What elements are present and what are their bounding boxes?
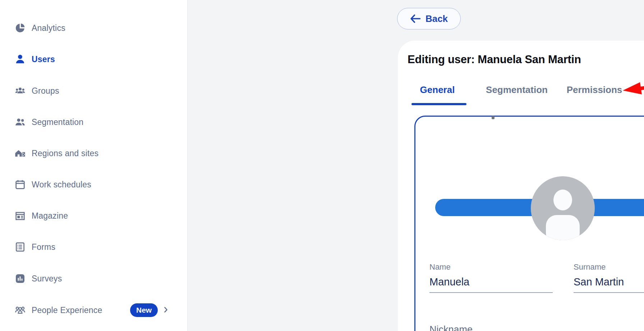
- active-tab-underline: [411, 103, 466, 105]
- sidebar-item-label: Analytics: [32, 23, 65, 33]
- name-input[interactable]: Manuela: [429, 276, 469, 288]
- main-area: Back Editing user: Manuela San Martin Ge…: [188, 0, 644, 331]
- tab-general[interactable]: General: [420, 84, 455, 95]
- name-field-label: Name: [429, 262, 451, 272]
- avatar-person-body: [546, 215, 580, 240]
- page-title: Editing user: Manuela San Martin: [408, 53, 581, 66]
- sidebar-item-segmentation[interactable]: Segmentation: [0, 112, 188, 132]
- sidebar-item-people-experience[interactable]: People Experience New ›: [0, 300, 188, 320]
- forms-icon: [14, 241, 26, 253]
- sidebar-item-label: Surveys: [32, 274, 62, 284]
- people-experience-icon: [14, 304, 26, 316]
- sidebar-item-forms[interactable]: Forms: [0, 237, 188, 257]
- sidebar-item-label: Users: [32, 55, 55, 64]
- new-badge: New: [130, 303, 158, 317]
- sidebar-item-regions-and-sites[interactable]: Regions and sites: [0, 143, 188, 163]
- card-top-notch: [492, 116, 494, 119]
- segmentation-icon: [14, 116, 26, 128]
- sidebar-item-groups[interactable]: Groups: [0, 81, 188, 101]
- sidebar: Analytics Users Groups Segmentation Regi…: [0, 0, 188, 331]
- calendar-icon: [14, 179, 26, 190]
- avatar-placeholder[interactable]: [531, 176, 595, 240]
- arrow-left-icon: [410, 14, 421, 23]
- sidebar-item-label: Magazine: [32, 211, 68, 221]
- sidebar-item-label: Work schedules: [32, 180, 91, 190]
- surveys-icon: [14, 273, 26, 284]
- sidebar-item-analytics[interactable]: Analytics: [0, 18, 188, 38]
- back-button[interactable]: Back: [397, 8, 461, 29]
- surname-input[interactable]: San Martin: [574, 276, 624, 288]
- sidebar-item-label: Groups: [32, 86, 59, 96]
- pie-chart-icon: [14, 22, 26, 34]
- back-button-label: Back: [426, 13, 448, 24]
- chevron-right-icon[interactable]: ›: [164, 302, 168, 317]
- groups-icon: [14, 85, 26, 97]
- surname-field-label: Surname: [574, 262, 606, 272]
- sidebar-item-label: Segmentation: [32, 117, 83, 127]
- nickname-field-label: Nickname: [429, 324, 473, 331]
- avatar-person-head: [553, 190, 572, 210]
- sidebar-item-label: Regions and sites: [32, 149, 98, 158]
- user-icon: [14, 53, 26, 65]
- sidebar-item-label: Forms: [32, 242, 55, 252]
- sidebar-item-magazine[interactable]: Magazine: [0, 206, 188, 226]
- user-profile-card: [414, 116, 644, 331]
- sidebar-item-label: People Experience: [32, 306, 102, 315]
- regions-icon: [14, 148, 26, 159]
- tab-permissions[interactable]: Permissions: [567, 84, 622, 95]
- surname-input-underline: [574, 292, 644, 293]
- sidebar-item-surveys[interactable]: Surveys: [0, 269, 188, 289]
- tab-segmentation[interactable]: Segmentation: [486, 84, 548, 95]
- sidebar-item-work-schedules[interactable]: Work schedules: [0, 174, 188, 195]
- name-input-underline: [429, 292, 553, 293]
- magazine-icon: [14, 210, 26, 222]
- sidebar-item-users[interactable]: Users: [0, 49, 188, 69]
